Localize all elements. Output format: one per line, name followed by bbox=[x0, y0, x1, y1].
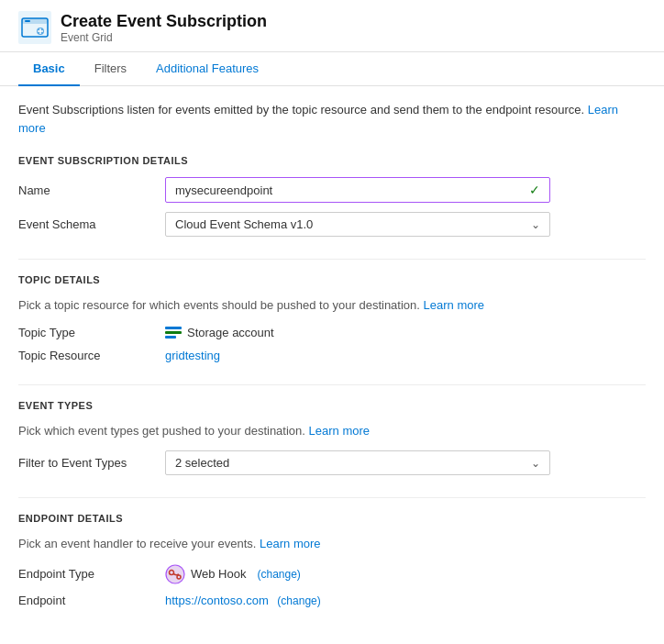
check-icon: ✓ bbox=[529, 183, 540, 197]
topic-resource-value-container: gridtesting bbox=[165, 349, 646, 362]
event-grid-icon bbox=[18, 11, 51, 44]
event-filter-row: Filter to Event Types 2 selected ⌄ bbox=[18, 450, 646, 475]
endpoint-url-label: Endpoint bbox=[18, 594, 165, 607]
topic-section-title: TOPIC DETAILS bbox=[18, 274, 646, 285]
svg-rect-0 bbox=[18, 11, 51, 44]
topic-learn-more-link[interactable]: Learn more bbox=[424, 298, 484, 312]
topic-type-value-container: Storage account bbox=[165, 326, 646, 339]
schema-row: Event Schema Cloud Event Schema v1.0 ⌄ bbox=[18, 212, 646, 237]
endpoint-url-link[interactable]: https://contoso.com bbox=[165, 594, 269, 607]
event-filter-label: Filter to Event Types bbox=[18, 456, 165, 470]
endpoint-type-display: Web Hook (change) bbox=[165, 564, 646, 584]
topic-desc: Pick a topic resource for which events s… bbox=[18, 296, 646, 315]
main-content: Event Subscriptions listen for events em… bbox=[0, 86, 664, 644]
endpoint-url-row: Endpoint https://contoso.com (change) bbox=[18, 594, 646, 607]
endpoint-details-section: ENDPOINT DETAILS Pick an event handler t… bbox=[18, 513, 646, 607]
event-types-learn-more-link[interactable]: Learn more bbox=[309, 424, 370, 438]
topic-resource-link[interactable]: gridtesting bbox=[165, 349, 220, 362]
schema-field-container: Cloud Event Schema v1.0 ⌄ bbox=[165, 212, 646, 237]
section-divider-1 bbox=[18, 259, 646, 260]
page-header: Create Event Subscription Event Grid bbox=[0, 0, 664, 52]
endpoint-section-title: ENDPOINT DETAILS bbox=[18, 513, 646, 524]
page-subtitle: Event Grid bbox=[61, 31, 267, 44]
topic-type-display: Storage account bbox=[165, 326, 646, 339]
topic-type-label: Topic Type bbox=[18, 326, 165, 339]
section-divider-2 bbox=[18, 384, 646, 385]
header-text-group: Create Event Subscription Event Grid bbox=[61, 12, 267, 44]
tab-basic[interactable]: Basic bbox=[18, 52, 80, 86]
endpoint-type-row: Endpoint Type Web Hook (change) bbox=[18, 564, 646, 584]
endpoint-url-value-container: https://contoso.com (change) bbox=[165, 594, 646, 607]
name-field-container: mysecureendpoint ✓ bbox=[165, 177, 646, 203]
schema-label: Event Schema bbox=[18, 217, 165, 231]
tab-filters[interactable]: Filters bbox=[80, 52, 141, 86]
webhook-icon bbox=[165, 564, 185, 584]
tab-additional-features[interactable]: Additional Features bbox=[141, 52, 273, 86]
endpoint-learn-more-link[interactable]: Learn more bbox=[260, 537, 320, 550]
event-subscription-section-title: EVENT SUBSCRIPTION DETAILS bbox=[18, 155, 646, 166]
intro-paragraph: Event Subscriptions listen for events em… bbox=[18, 101, 646, 137]
section-divider-3 bbox=[18, 497, 646, 498]
chevron-down-icon: ⌄ bbox=[531, 218, 540, 231]
event-subscription-details-section: EVENT SUBSCRIPTION DETAILS Name mysecure… bbox=[18, 155, 646, 237]
event-types-section: EVENT TYPES Pick which event types get p… bbox=[18, 400, 646, 476]
name-row: Name mysecureendpoint ✓ bbox=[18, 177, 646, 203]
endpoint-type-value-container: Web Hook (change) bbox=[165, 564, 646, 584]
name-input[interactable]: mysecureendpoint ✓ bbox=[165, 177, 550, 203]
page-title: Create Event Subscription bbox=[61, 12, 267, 31]
topic-resource-label: Topic Resource bbox=[18, 349, 165, 362]
event-types-desc: Pick which event types get pushed to you… bbox=[18, 422, 646, 440]
endpoint-type-label: Endpoint Type bbox=[18, 567, 165, 581]
tab-bar: Basic Filters Additional Features bbox=[0, 52, 664, 86]
event-types-dropdown[interactable]: 2 selected ⌄ bbox=[165, 450, 550, 475]
topic-type-row: Topic Type Storage account bbox=[18, 326, 646, 339]
schema-dropdown[interactable]: Cloud Event Schema v1.0 ⌄ bbox=[165, 212, 550, 237]
endpoint-url-change-link[interactable]: (change) bbox=[277, 594, 320, 607]
event-types-section-title: EVENT TYPES bbox=[18, 400, 646, 411]
topic-details-section: TOPIC DETAILS Pick a topic resource for … bbox=[18, 274, 646, 362]
endpoint-type-change-link[interactable]: (change) bbox=[257, 568, 300, 581]
endpoint-desc: Pick an event handler to receive your ev… bbox=[18, 535, 646, 553]
name-label: Name bbox=[18, 183, 165, 197]
event-filter-field-container: 2 selected ⌄ bbox=[165, 450, 646, 475]
topic-resource-row: Topic Resource gridtesting bbox=[18, 349, 646, 362]
storage-account-icon bbox=[165, 327, 182, 339]
chevron-down-icon: ⌄ bbox=[531, 457, 540, 470]
